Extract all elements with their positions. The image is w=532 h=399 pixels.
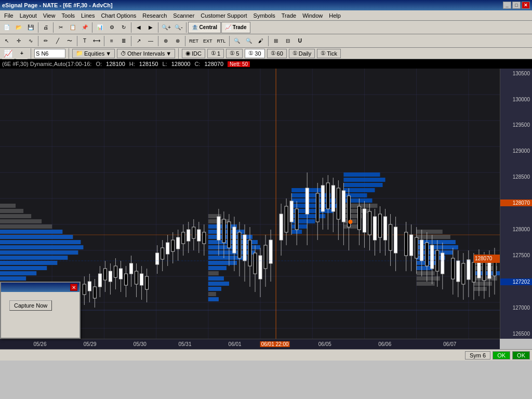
svg-rect-205 bbox=[316, 193, 319, 222]
menu-tools[interactable]: Tools bbox=[58, 11, 78, 20]
svg-rect-231 bbox=[389, 224, 392, 250]
crosshair2-tool[interactable]: ⊕ bbox=[160, 35, 171, 47]
print-btn[interactable]: 🖨 bbox=[40, 22, 51, 33]
next-btn[interactable]: ▶ bbox=[145, 22, 156, 33]
svg-rect-175 bbox=[222, 219, 225, 243]
svg-rect-187 bbox=[254, 253, 257, 274]
menu-file[interactable]: File bbox=[1, 11, 17, 20]
price-128500: 128500 bbox=[500, 174, 532, 180]
grid2-btn[interactable]: ⊟ bbox=[282, 35, 294, 47]
svg-rect-149 bbox=[140, 274, 143, 285]
svg-rect-42 bbox=[0, 230, 62, 234]
svg-rect-219 bbox=[357, 206, 361, 230]
prev-btn[interactable]: ◀ bbox=[133, 22, 144, 33]
menu-customer-support[interactable]: Customer Support bbox=[197, 11, 250, 20]
measure-tool[interactable]: ⟷ bbox=[91, 35, 102, 47]
fib-tool[interactable]: ≡ bbox=[106, 35, 117, 47]
chart-type-btn[interactable]: 📊 bbox=[94, 22, 105, 33]
u-btn[interactable]: U bbox=[294, 35, 305, 47]
zoom-out2-btn[interactable]: 🔍 bbox=[243, 35, 255, 47]
chart-wrapper: 128070 130500 130000 129500 129000 12850… bbox=[0, 69, 532, 349]
copy-btn[interactable]: 📋 bbox=[67, 22, 78, 33]
grid-btn[interactable]: ⊞ bbox=[270, 35, 282, 47]
text-tool[interactable]: T bbox=[79, 35, 90, 47]
svg-rect-249 bbox=[441, 253, 444, 274]
settings-btn[interactable]: ⚙ bbox=[106, 22, 117, 33]
svg-rect-101 bbox=[343, 224, 359, 229]
chart-new-btn[interactable]: 📈 bbox=[2, 48, 14, 59]
menu-help[interactable]: Help bbox=[326, 11, 344, 20]
ret-btn[interactable]: RET bbox=[187, 35, 201, 47]
menu-chart-options[interactable]: Chart Options bbox=[98, 11, 139, 20]
minimize-button[interactable]: _ bbox=[503, 2, 511, 9]
svg-rect-241 bbox=[420, 240, 423, 261]
capture-close-button[interactable]: ✕ bbox=[70, 284, 77, 291]
menu-layout[interactable]: Layout bbox=[17, 11, 40, 20]
interval-5-btn[interactable]: ① 5 bbox=[226, 49, 243, 58]
price-129000: 129000 bbox=[500, 148, 532, 154]
symbol-input[interactable] bbox=[34, 49, 65, 58]
crosshair-tool[interactable]: ✛ bbox=[13, 35, 24, 47]
sep4 bbox=[131, 22, 131, 33]
maximize-button[interactable]: □ bbox=[512, 2, 521, 9]
svg-rect-91 bbox=[343, 172, 380, 177]
sep2 bbox=[53, 22, 54, 33]
idc-btn[interactable]: ◉ IDC bbox=[182, 49, 205, 58]
svg-rect-44 bbox=[0, 240, 81, 244]
interval-1-btn[interactable]: ① 1 bbox=[207, 49, 224, 58]
ext-btn[interactable]: EXT bbox=[201, 35, 215, 47]
curve-tool[interactable]: ∿ bbox=[25, 35, 36, 47]
line-tool[interactable]: ╱ bbox=[52, 35, 63, 47]
arrow-tool[interactable]: ↖ bbox=[1, 35, 12, 47]
plus-btn[interactable]: + bbox=[16, 48, 28, 59]
other-intervals-dropdown[interactable]: ⏱ Other Intervals ▼ bbox=[117, 49, 175, 58]
central-btn[interactable]: 🏦 Central bbox=[188, 22, 221, 33]
toolbar-row2: ↖ ✛ ∿ ✏ ╱ 〜 T ⟷ ≡ ≣ ↗ — ⊕ ⊗ RET EXT RTL … bbox=[0, 34, 532, 48]
cut-btn[interactable]: ✂ bbox=[55, 22, 66, 33]
toolbar-row1: 📄 📂 💾 🖨 ✂ 📋 📌 📊 ⚙ ↻ ◀ ▶ 🔍+ 🔍- 🏦 Central … bbox=[0, 21, 532, 34]
sep6 bbox=[186, 22, 187, 33]
menu-view[interactable]: View bbox=[40, 11, 59, 20]
cursor-tool[interactable]: ⊗ bbox=[172, 35, 183, 47]
menu-scanner[interactable]: Scanner bbox=[170, 11, 197, 20]
zoom-out-btn[interactable]: 🔍- bbox=[173, 22, 184, 33]
daily-btn[interactable]: ① Daily bbox=[289, 49, 315, 58]
refresh-btn[interactable]: ↻ bbox=[118, 22, 129, 33]
fib2-tool[interactable]: ≣ bbox=[118, 35, 129, 47]
svg-rect-26 bbox=[0, 224, 52, 229]
tick-label: Tick bbox=[327, 50, 337, 57]
horizontal-tool[interactable]: — bbox=[145, 35, 156, 47]
draw-tool[interactable]: ✏ bbox=[40, 35, 51, 47]
svg-rect-163 bbox=[182, 232, 185, 244]
save-btn[interactable]: 💾 bbox=[25, 22, 36, 33]
svg-rect-76 bbox=[208, 261, 237, 265]
wave-tool[interactable]: 〜 bbox=[64, 35, 75, 47]
menu-research[interactable]: Research bbox=[139, 11, 170, 20]
svg-rect-255 bbox=[462, 263, 465, 284]
menu-lines[interactable]: Lines bbox=[78, 11, 98, 20]
tick-btn[interactable]: ① Tick bbox=[317, 49, 341, 58]
trade-btn[interactable]: 📈 Trade bbox=[221, 22, 250, 33]
zoom-in2-btn[interactable]: 🔍 bbox=[231, 35, 243, 47]
svg-rect-207 bbox=[321, 185, 324, 211]
svg-text:128070: 128070 bbox=[475, 256, 493, 261]
date-0601: 06/01 bbox=[229, 341, 242, 347]
new-page-btn[interactable]: 📄 bbox=[1, 22, 12, 33]
rtl-btn[interactable]: RTL bbox=[215, 35, 228, 47]
menu-symbols[interactable]: Symbols bbox=[250, 11, 278, 20]
zoom-in-btn[interactable]: 🔍+ bbox=[160, 22, 172, 33]
trendline-tool[interactable]: ↗ bbox=[133, 35, 144, 47]
interval-60-btn[interactable]: ① 60 bbox=[267, 49, 287, 58]
interval-60-label: 60 bbox=[277, 50, 283, 57]
menu-trade[interactable]: Trade bbox=[278, 11, 299, 20]
open-btn[interactable]: 📂 bbox=[13, 22, 24, 33]
close-button[interactable]: ✕ bbox=[522, 2, 530, 9]
paste-btn[interactable]: 📌 bbox=[79, 22, 90, 33]
equities-dropdown[interactable]: 📁 Equities ▼ bbox=[72, 49, 115, 58]
date-0605: 06/05 bbox=[318, 341, 331, 347]
capture-now-button[interactable]: Capture Now bbox=[9, 300, 52, 311]
brush-btn[interactable]: 🖌 bbox=[255, 35, 267, 47]
menu-window[interactable]: Window bbox=[299, 11, 326, 20]
interval-30-btn[interactable]: ① 30 bbox=[245, 49, 264, 58]
open-label: O: bbox=[96, 61, 102, 67]
